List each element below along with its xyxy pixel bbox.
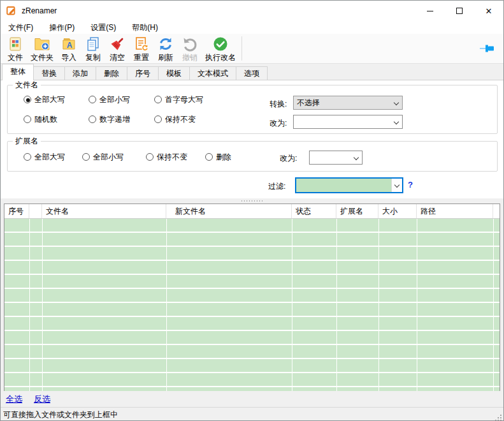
toolbar-button-refresh[interactable]: 刷新 (154, 35, 178, 64)
radio-filename-increment[interactable]: 数字递增 (89, 114, 130, 124)
file-table: 序号 文件名 新文件名 状态 扩展名 大小 路径 (4, 203, 500, 391)
radio-icon (154, 96, 162, 103)
chevron-down-icon (394, 182, 400, 188)
radio-filename-random[interactable]: 随机数 (24, 114, 57, 124)
toolbar-button-reset[interactable]: 重置 (129, 35, 154, 64)
file-table-body[interactable] (4, 219, 500, 391)
radio-label: 保持不变 (165, 114, 196, 125)
minimize-button[interactable] (415, 1, 445, 21)
toolbar-label: 撤销 (182, 52, 198, 63)
radio-label: 全部小写 (99, 94, 130, 105)
radio-filename-uppercase[interactable]: 全部大写 (24, 94, 65, 105)
radio-extension-keep[interactable]: 保持不变 (146, 152, 187, 162)
menu-settings[interactable]: 设置(S) (84, 21, 122, 34)
svg-text:A: A (67, 41, 73, 50)
toolbar-label: 文件 (8, 52, 23, 63)
toolbar-button-execute-rename[interactable]: 执行改名 (202, 35, 239, 64)
close-icon: ✕ (486, 6, 493, 16)
radio-icon (146, 153, 154, 161)
minimize-icon (427, 11, 433, 11)
menu-file[interactable]: 文件(F) (2, 21, 40, 34)
tab-add[interactable]: 添加 (65, 66, 96, 80)
filename-groupbox: 文件名 全部大写 全部小写 首字母大写 随机数 数字递增 (7, 85, 498, 134)
radio-filename-capitalize[interactable]: 首字母大写 (154, 94, 203, 105)
toolbar-label: 清空 (110, 52, 125, 63)
radio-icon (89, 96, 96, 103)
tab-options[interactable]: 选项 (236, 66, 268, 80)
radio-icon (89, 115, 96, 123)
radio-label: 全部大写 (34, 94, 65, 105)
tab-whole[interactable]: 整体 (2, 64, 34, 80)
status-text: 可直接拖入文件或文件夹到上框中 (3, 410, 118, 420)
radio-label: 保持不变 (157, 152, 187, 163)
selection-links-row: 全选 反选 (1, 391, 503, 407)
radio-extension-lowercase[interactable]: 全部小写 (82, 152, 124, 162)
menu-operate[interactable]: 操作(P) (43, 21, 81, 34)
toolbar-label: 复制 (85, 52, 101, 63)
radio-label: 删除 (216, 152, 231, 163)
close-button[interactable]: ✕ (474, 1, 503, 21)
resize-grip[interactable] (494, 413, 502, 420)
filter-combobox[interactable] (295, 177, 403, 193)
invert-selection-link[interactable]: 反选 (34, 394, 50, 405)
extension-changeto-combobox[interactable] (309, 151, 363, 165)
column-header-index[interactable]: 序号 (4, 204, 29, 218)
window-title: zRenamer (22, 6, 57, 15)
filter-label: 过滤: (268, 181, 285, 192)
chevron-down-icon (394, 100, 399, 105)
column-header-filename[interactable]: 文件名 (42, 204, 166, 218)
column-header-extension[interactable]: 扩展名 (336, 204, 378, 218)
filter-help-link[interactable]: ? (408, 180, 413, 189)
extension-changeto-label: 改为: (280, 153, 297, 164)
maximize-button[interactable] (445, 1, 474, 21)
column-header-spacer (493, 204, 500, 218)
select-all-link[interactable]: 全选 (6, 394, 22, 405)
add-folder-icon (34, 36, 50, 52)
maximize-icon (456, 8, 463, 14)
toolbar-button-copy[interactable]: 复制 (81, 35, 105, 64)
tab-number[interactable]: 序号 (127, 66, 159, 80)
radio-icon (205, 153, 213, 161)
toolbar-button-add-files[interactable]: 文件 (3, 35, 27, 64)
radio-filename-keep[interactable]: 保持不变 (154, 114, 196, 124)
radio-extension-uppercase[interactable]: 全部大写 (24, 152, 65, 162)
tab-template[interactable]: 模板 (159, 66, 190, 80)
filename-changeto-label: 改为: (270, 118, 287, 129)
radio-extension-delete[interactable]: 删除 (205, 152, 231, 162)
column-header-blank[interactable] (29, 204, 42, 218)
refresh-icon (157, 36, 174, 52)
toolbar-separator (241, 36, 242, 61)
toolbar-button-add-folder[interactable]: 文件夹 (27, 35, 57, 64)
radio-label: 数字递增 (99, 114, 130, 125)
toolbar-button-clear[interactable]: 清空 (105, 35, 129, 64)
tab-text-mode[interactable]: 文本模式 (190, 66, 236, 80)
column-header-size[interactable]: 大小 (378, 204, 417, 218)
pin-icon[interactable] (479, 43, 496, 56)
app-logo-icon[interactable] (6, 6, 17, 16)
extension-groupbox-legend: 扩展名 (13, 137, 41, 145)
column-header-new-filename[interactable]: 新文件名 (166, 204, 292, 218)
radio-icon (24, 153, 31, 161)
toolbar: 文件 文件夹 A 导入 (1, 34, 503, 64)
horizontal-splitter[interactable] (1, 198, 503, 203)
toolbar-label: 执行改名 (205, 52, 236, 63)
radio-label: 随机数 (34, 114, 57, 125)
filename-changeto-combobox[interactable] (293, 115, 403, 129)
extension-groupbox: 扩展名 全部大写 全部小写 保持不变 删除 改为: (7, 141, 498, 172)
tab-delete[interactable]: 删除 (96, 66, 127, 80)
radio-label: 全部大写 (34, 152, 65, 163)
title-bar: zRenamer ✕ (1, 1, 503, 21)
filter-drop-button[interactable] (391, 179, 402, 192)
execute-rename-icon (212, 36, 229, 52)
menu-help[interactable]: 帮助(H) (126, 21, 164, 34)
convert-combobox-value: 不选择 (297, 98, 320, 107)
radio-icon (82, 153, 90, 161)
column-header-path[interactable]: 路径 (417, 204, 493, 218)
toolbar-button-import[interactable]: A 导入 (57, 35, 81, 64)
radio-icon (24, 96, 31, 103)
radio-filename-lowercase[interactable]: 全部小写 (89, 94, 130, 105)
import-icon: A (61, 36, 77, 52)
convert-combobox[interactable]: 不选择 (293, 96, 403, 110)
column-header-status[interactable]: 状态 (292, 204, 336, 218)
tab-replace[interactable]: 替换 (34, 66, 65, 80)
